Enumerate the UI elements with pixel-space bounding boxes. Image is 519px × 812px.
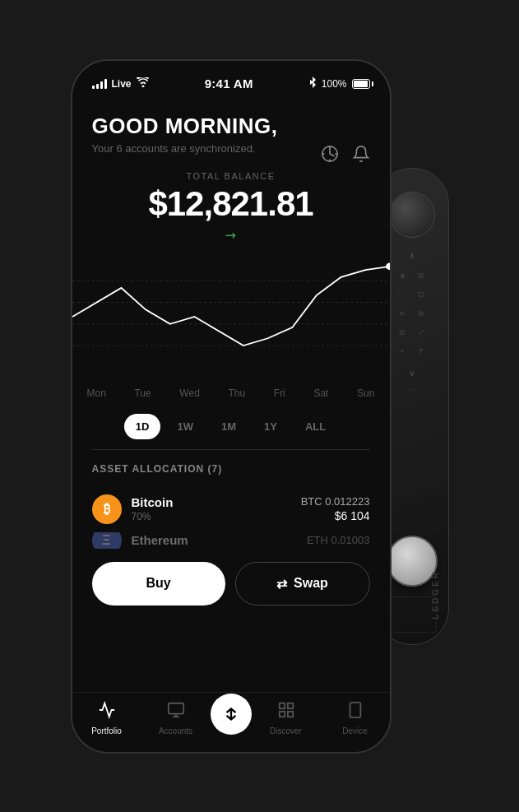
carrier-label: Live (112, 78, 132, 90)
filter-1y[interactable]: 1Y (253, 414, 289, 439)
nav-center-button[interactable] (211, 694, 252, 735)
day-labels: Mon Tue Wed Thu Fri Sat Sun (72, 383, 390, 404)
accounts-nav-icon (167, 701, 185, 723)
buy-button[interactable]: Buy (92, 562, 225, 606)
ledger-icon-1: ◈ (395, 268, 410, 283)
ledger-brand-text: LEDGER (431, 570, 440, 619)
eth-icon: Ξ (92, 532, 122, 549)
balance-section: TOTAL BALANCE $12,821.81 ↗ (72, 163, 390, 243)
bottom-nav: Portfolio Accounts (72, 692, 390, 752)
swap-label: Swap (294, 576, 328, 591)
svg-rect-9 (287, 703, 292, 708)
asset-amount-eth: ETH 0.01003 (307, 534, 370, 546)
list-item: Ξ Ethereum ETH 0.01003 (92, 532, 370, 549)
ledger-icon-10: ↱ (414, 344, 429, 359)
filter-1w[interactable]: 1W (165, 414, 205, 439)
list-item: ₿ Bitcoin 70% BTC 0.012223 $6 104 (92, 486, 370, 532)
status-bar: Live 9:41 AM 100% (72, 61, 390, 97)
day-sun: Sun (357, 387, 374, 399)
asset-info-eth: Ethereum (132, 533, 307, 547)
day-thu: Thu (228, 387, 245, 399)
asset-amount: BTC 0.012223 (301, 495, 370, 508)
phone: Live 9:41 AM 100% (71, 59, 392, 754)
ledger-icon-3: ⋮⋮ (395, 287, 410, 302)
battery-fill (354, 81, 368, 87)
wifi-icon (137, 77, 150, 90)
nav-portfolio[interactable]: Portfolio (72, 701, 141, 735)
day-fri: Fri (274, 387, 285, 399)
bluetooth-icon (308, 77, 317, 90)
time-display: 9:41 AM (205, 77, 253, 90)
chart-grid (72, 281, 390, 346)
ledger-icon-7: ⊞ (395, 325, 410, 340)
ledger-icon-9: + (395, 344, 410, 359)
balance-amount: $12,821.81 (92, 184, 370, 224)
ledger-screen: ∧ ◈ ⊞ ⋮⋮ ⊡ ≋ ⊗ ⊞ ⤢ + ↱ ∨ ▭ (391, 251, 433, 415)
ledger-icon-5: ≋ (395, 306, 410, 321)
ledger-down-icon: ∨ (409, 369, 415, 378)
filter-1m[interactable]: 1M (210, 414, 248, 439)
discover-nav-icon (277, 701, 295, 723)
nav-accounts-label: Accounts (159, 726, 192, 735)
ledger-icon-8: ⤢ (414, 325, 429, 340)
balance-label: TOTAL BALANCE (92, 171, 370, 181)
asset-value: BTC 0.012223 $6 104 (301, 495, 370, 522)
ledger-icon-6: ⊗ (414, 306, 429, 321)
swap-button[interactable]: ⇄ Swap (235, 562, 370, 606)
nav-portfolio-label: Portfolio (91, 726, 122, 735)
ledger-extra-icon: ▭ (408, 386, 415, 394)
status-right: 100% (308, 77, 370, 90)
day-sat: Sat (313, 387, 328, 399)
asset-title: ASSET ALLOCATION (7) (92, 463, 370, 475)
ledger-main-button[interactable] (387, 536, 438, 587)
asset-info: Bitcoin 70% (132, 495, 301, 522)
trend-arrow-icon: ↗ (221, 225, 240, 244)
phone-screen: Live 9:41 AM 100% (72, 61, 390, 752)
bell-icon[interactable] (352, 145, 370, 167)
portfolio-nav-icon (98, 701, 116, 723)
ledger-icons-grid: ◈ ⊞ ⋮⋮ ⊡ ≋ ⊗ ⊞ ⤢ + ↱ (395, 268, 429, 359)
nav-discover[interactable]: Discover (252, 701, 321, 735)
asset-name-eth: Ethereum (132, 533, 307, 547)
nav-device[interactable]: Device (321, 701, 390, 735)
balance-trend: ↗ (92, 227, 370, 243)
battery-icon (352, 79, 370, 89)
ledger-up-icon: ∧ (409, 251, 415, 260)
ledger-icon-2: ⊞ (414, 268, 429, 283)
asset-usd: $6 104 (301, 509, 370, 522)
header: GOOD MORNING, Your 6 accounts are synchr… (72, 97, 390, 163)
ledger-top-button (389, 192, 435, 238)
nav-discover-label: Discover (270, 726, 302, 735)
nav-accounts[interactable]: Accounts (141, 701, 211, 735)
svg-rect-8 (279, 703, 284, 708)
day-mon: Mon (87, 387, 106, 399)
asset-section: ASSET ALLOCATION (7) ₿ Bitcoin 70% BTC 0… (72, 450, 390, 549)
bitcoin-icon: ₿ (92, 494, 122, 524)
chart-svg (72, 259, 390, 374)
svg-rect-4 (168, 703, 183, 713)
filter-1d[interactable]: 1D (124, 414, 161, 439)
header-icons (321, 145, 370, 167)
action-buttons: Buy ⇄ Swap (72, 549, 390, 619)
signal-icon (92, 79, 107, 89)
asset-pct: 70% (132, 511, 301, 522)
status-left: Live (92, 77, 150, 90)
day-wed: Wed (179, 387, 199, 399)
asset-name: Bitcoin (132, 495, 301, 509)
battery-label: 100% (322, 78, 347, 90)
svg-rect-11 (287, 711, 292, 716)
portfolio-icon[interactable] (321, 145, 339, 167)
greeting: GOOD MORNING, (92, 114, 370, 139)
svg-rect-12 (350, 702, 360, 717)
ledger-bottom-bracket (387, 596, 437, 633)
filter-all[interactable]: ALL (294, 414, 337, 439)
chart-line (72, 266, 390, 345)
chart-dot (386, 262, 390, 270)
nav-device-label: Device (342, 726, 368, 735)
day-tue: Tue (134, 387, 151, 399)
device-nav-icon (346, 701, 364, 723)
asset-value-eth: ETH 0.01003 (307, 534, 370, 546)
svg-rect-10 (279, 711, 284, 716)
time-filters: 1D 1W 1M 1Y ALL (72, 404, 390, 449)
chart-container (72, 251, 390, 383)
